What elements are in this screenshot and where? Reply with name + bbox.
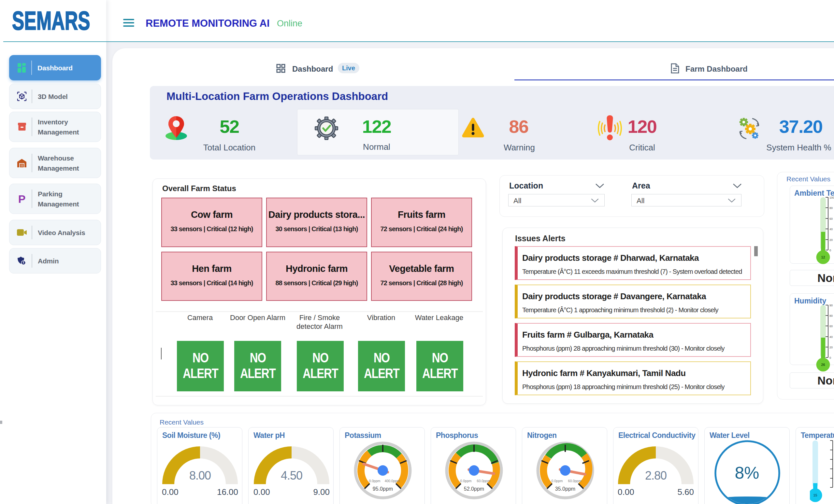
svg-text:35.0ppm: 35.0ppm bbox=[555, 486, 575, 491]
svg-text:60: 60 bbox=[830, 325, 833, 328]
svg-text:40: 40 bbox=[830, 335, 833, 339]
svg-text:95.0ppm: 95.0ppm bbox=[373, 486, 393, 491]
svg-text:26: 26 bbox=[821, 363, 825, 367]
svg-text:0.0ppm: 0.0ppm bbox=[551, 479, 563, 483]
svg-text:0.0ppm: 0.0ppm bbox=[460, 479, 471, 483]
svg-text:80: 80 bbox=[830, 206, 833, 210]
svg-text:20: 20 bbox=[830, 238, 833, 242]
svg-text:0: 0 bbox=[830, 356, 831, 360]
svg-text:0.0ppm: 0.0ppm bbox=[369, 479, 380, 483]
svg-text:52.0ppm: 52.0ppm bbox=[464, 486, 484, 491]
svg-text:60.0ppm: 60.0ppm bbox=[477, 479, 490, 483]
svg-text:400.0ppm: 400.0ppm bbox=[385, 479, 400, 483]
svg-text:40: 40 bbox=[830, 228, 833, 231]
svg-text:100: 100 bbox=[830, 196, 834, 199]
svg-text:90: 90 bbox=[830, 304, 833, 307]
svg-text:15: 15 bbox=[813, 493, 817, 497]
svg-text:60.0ppm: 60.0ppm bbox=[568, 479, 581, 483]
svg-text:60: 60 bbox=[830, 217, 833, 221]
svg-text:80: 80 bbox=[830, 314, 833, 317]
svg-text:12: 12 bbox=[821, 255, 825, 259]
svg-text:20: 20 bbox=[830, 346, 833, 349]
svg-text:0: 0 bbox=[830, 249, 831, 252]
